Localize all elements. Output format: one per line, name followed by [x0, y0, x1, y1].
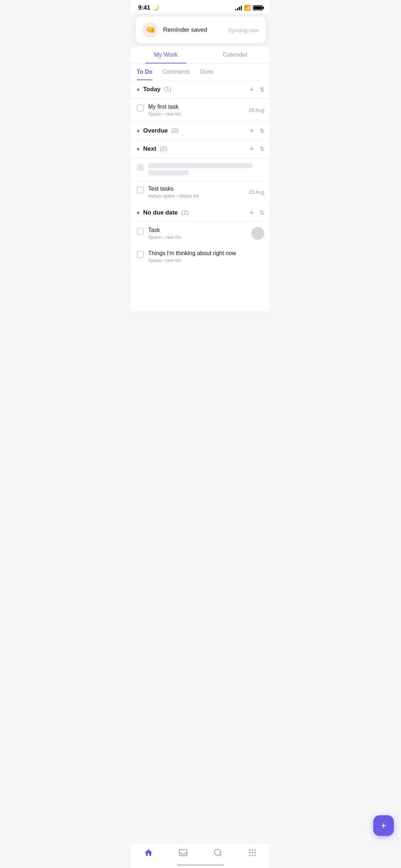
chevron-today-icon[interactable]: ▾	[137, 86, 140, 93]
subtab-comments[interactable]: Comments	[162, 64, 190, 80]
sort-next-button[interactable]: ⇅	[260, 146, 264, 153]
task-breadcrumb: daisys space › daisys list	[148, 193, 244, 198]
notif-sync: Syncing now	[228, 27, 259, 33]
sort-noduedate-button[interactable]: ⇅	[260, 210, 264, 216]
section-next-title: Next	[143, 145, 156, 153]
subtab-done[interactable]: Done	[200, 64, 214, 80]
task-item: Test tasks daisys space › daisys list 23…	[131, 181, 270, 204]
subtab-todo[interactable]: To Do	[137, 64, 152, 80]
signal-icon	[235, 5, 242, 10]
skeleton-checkbox	[137, 164, 144, 171]
add-overdue-button[interactable]: +	[249, 127, 254, 135]
task-breadcrumb: Space › new list	[148, 111, 244, 117]
skeleton-task-item	[131, 158, 270, 181]
skeleton-line	[148, 170, 189, 175]
main-content: To Do Comments Done ▾ Today (1) + ⇅ My f…	[131, 64, 270, 311]
task-item: Things I'm thinking about right now Spac…	[131, 245, 270, 268]
moon-icon: 🌙	[153, 5, 159, 11]
task-name: Things I'm thinking about right now	[148, 250, 264, 257]
skeleton-line	[148, 163, 252, 168]
chevron-next-icon[interactable]: ▾	[137, 146, 140, 153]
section-next-count: (2)	[160, 145, 167, 153]
task-checkbox[interactable]	[137, 251, 144, 258]
task-item: Task Space › new list	[131, 222, 270, 245]
scroll-indicator	[251, 227, 264, 240]
main-tabs: My Work Calendar	[131, 46, 270, 64]
section-overdue-header: ▾ Overdue (0) + ⇅	[131, 122, 270, 140]
sort-overdue-button[interactable]: ⇅	[260, 128, 264, 134]
section-today-count: (1)	[164, 86, 172, 93]
task-date: 23 Aug	[249, 189, 264, 195]
task-name: My first task	[148, 104, 244, 110]
notif-title: Reminder saved	[163, 26, 207, 33]
section-noduedate-header: ▾ No due date (2) + ⇅	[131, 204, 270, 222]
task-checkbox[interactable]	[137, 186, 144, 193]
status-time: 9:41 🌙	[138, 4, 159, 11]
notif-left: 🤜 Reminder saved	[142, 22, 207, 38]
notification-banner: 🤜 Reminder saved Syncing now	[135, 16, 266, 43]
task-breadcrumb: Space › new list	[148, 234, 264, 240]
section-overdue-count: (0)	[171, 127, 179, 134]
add-noduedate-button[interactable]: +	[249, 209, 254, 217]
task-date: 28 Aug	[249, 107, 264, 113]
task-checkbox[interactable]	[137, 228, 144, 235]
reminder-icon: 🤜	[142, 22, 158, 38]
sort-today-button[interactable]: ⇅	[260, 86, 264, 93]
battery-icon	[253, 5, 263, 10]
tab-my-work[interactable]: My Work	[131, 46, 200, 63]
section-noduedate-title: No due date	[143, 209, 178, 216]
add-today-button[interactable]: +	[249, 86, 254, 93]
task-name: Test tasks	[148, 186, 244, 192]
bottom-spacer	[131, 268, 270, 311]
section-noduedate-count: (2)	[181, 209, 189, 216]
section-today-title: Today	[143, 86, 161, 93]
task-name: Task	[148, 227, 264, 233]
task-item: My first task Space › new list 28 Aug	[131, 99, 270, 122]
add-next-button[interactable]: +	[249, 145, 254, 153]
task-checkbox[interactable]	[137, 104, 144, 112]
wifi-icon: 📶	[244, 5, 251, 11]
section-overdue-title: Overdue	[143, 127, 168, 134]
section-next-header: ▾ Next (2) + ⇅	[131, 140, 270, 158]
chevron-overdue-icon[interactable]: ▾	[137, 128, 140, 134]
task-breadcrumb: Space › new list	[148, 258, 264, 263]
status-icons: 📶	[235, 5, 263, 11]
section-today-header: ▾ Today (1) + ⇅	[131, 81, 270, 99]
status-bar: 9:41 🌙 📶	[131, 0, 270, 14]
tab-calendar[interactable]: Calendar	[200, 46, 270, 63]
chevron-noduedate-icon[interactable]: ▾	[137, 210, 140, 216]
sub-tabs: To Do Comments Done	[131, 64, 270, 81]
